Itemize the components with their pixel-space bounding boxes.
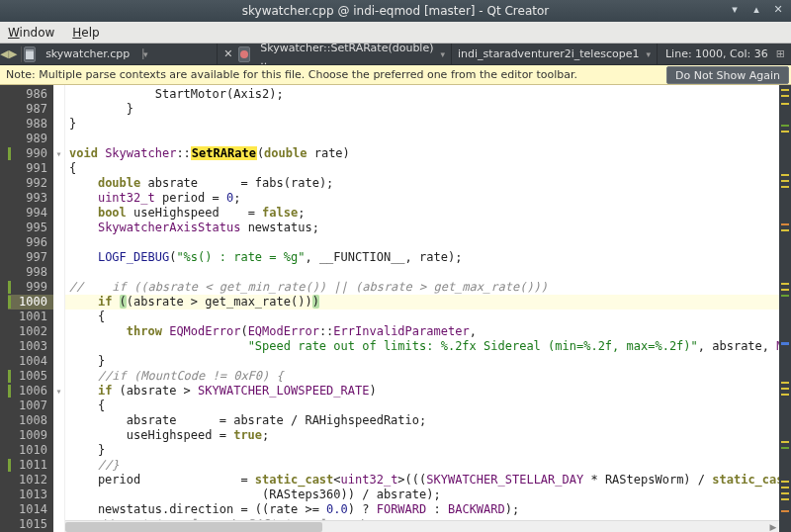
- line-number[interactable]: 1002: [8, 324, 53, 339]
- line-number[interactable]: 1007: [8, 399, 53, 413]
- line-number[interactable]: 987: [8, 102, 53, 117]
- nav-forward-button[interactable]: ▶: [9, 45, 18, 63]
- code-editor[interactable]: 9869879889899909919929939949959969979989…: [0, 85, 791, 532]
- scrollbar-mark[interactable]: [781, 342, 789, 345]
- line-number[interactable]: 1014: [8, 502, 53, 517]
- line-number[interactable]: 995: [8, 221, 53, 235]
- code-line[interactable]: period = static_cast<uint32_t>(((SKYWATC…: [65, 473, 779, 488]
- window-close-button[interactable]: ✕: [771, 2, 785, 16]
- code-line[interactable]: }: [65, 117, 779, 132]
- close-document-button[interactable]: ✕: [218, 47, 238, 60]
- line-number[interactable]: 1001: [8, 310, 53, 324]
- scrollbar-mark[interactable]: [781, 174, 789, 176]
- code-line[interactable]: void Skywatcher::SetRARate(double rate): [65, 146, 779, 161]
- code-area[interactable]: StartMotor(Axis2); }}void Skywatcher::Se…: [65, 85, 779, 532]
- code-line[interactable]: // if ((absrate < get_min_rate()) || (ab…: [65, 280, 779, 295]
- line-number[interactable]: 1013: [8, 488, 53, 502]
- line-number[interactable]: 989: [8, 132, 53, 146]
- line-number[interactable]: 988: [8, 117, 53, 132]
- line-number[interactable]: 1006: [8, 384, 53, 399]
- fold-gutter[interactable]: ▾▾: [53, 85, 65, 532]
- scrollbar-mark[interactable]: [781, 441, 789, 443]
- code-line[interactable]: bool useHighspeed = false;: [65, 206, 779, 221]
- code-line[interactable]: absrate = absrate / RAHighspeedRatio;: [65, 413, 779, 428]
- line-number[interactable]: 1010: [8, 443, 53, 458]
- line-number[interactable]: 994: [8, 206, 53, 221]
- code-line[interactable]: {: [65, 161, 779, 176]
- line-number[interactable]: 1004: [8, 354, 53, 369]
- line-number-gutter[interactable]: 9869879889899909919929939949959969979989…: [8, 85, 53, 532]
- line-number[interactable]: 1008: [8, 413, 53, 428]
- code-line[interactable]: }: [65, 102, 779, 117]
- scrollbar-mark[interactable]: [781, 447, 789, 449]
- scrollbar-mark[interactable]: [781, 103, 789, 105]
- scrollbar-mark[interactable]: [781, 510, 789, 512]
- fold-toggle[interactable]: ▾: [53, 384, 64, 399]
- scrollbar-mark[interactable]: [781, 131, 789, 133]
- do-not-show-again-button[interactable]: Do Not Show Again: [666, 66, 789, 84]
- code-line[interactable]: SkywatcherAxisStatus newstatus;: [65, 221, 779, 235]
- line-number[interactable]: 1011: [8, 458, 53, 473]
- code-line[interactable]: //if (MountCode != 0xF0) {: [65, 369, 779, 384]
- scrollbar-mark[interactable]: [781, 487, 789, 488]
- split-editor-button[interactable]: ⊞: [776, 47, 791, 60]
- line-number[interactable]: 997: [8, 250, 53, 265]
- line-number[interactable]: 992: [8, 176, 53, 191]
- line-number[interactable]: 986: [8, 87, 53, 102]
- line-number[interactable]: 1012: [8, 473, 53, 488]
- code-line[interactable]: uint32_t period = 0;: [65, 191, 779, 206]
- code-line[interactable]: if (absrate > SKYWATCHER_LOWSPEED_RATE): [65, 384, 779, 399]
- window-maximize-button[interactable]: ▴: [749, 2, 763, 16]
- scrollbar-mark[interactable]: [781, 223, 789, 225]
- menu-window[interactable]: Window: [6, 24, 56, 42]
- code-line[interactable]: [65, 235, 779, 250]
- scrollbar-mark[interactable]: [781, 95, 789, 97]
- horizontal-scrollbar[interactable]: ◀ ▶: [65, 520, 779, 532]
- code-line[interactable]: {: [65, 310, 779, 324]
- code-line[interactable]: }: [65, 354, 779, 369]
- menu-help[interactable]: Help: [70, 24, 101, 42]
- code-line[interactable]: //}: [65, 458, 779, 473]
- open-file-selector[interactable]: skywatcher.cpp ▕▾: [40, 44, 218, 64]
- line-number[interactable]: 996: [8, 235, 53, 250]
- code-line[interactable]: LOGF_DEBUG("%s() : rate = %g", __FUNCTIO…: [65, 250, 779, 265]
- line-number[interactable]: 1005: [8, 369, 53, 384]
- code-line[interactable]: throw EQModError(EQModError::ErrInvalidP…: [65, 324, 779, 339]
- scrollbar-thumb[interactable]: [65, 522, 322, 532]
- code-line[interactable]: }: [65, 443, 779, 458]
- code-line[interactable]: if ((absrate > get_max_rate())): [65, 295, 779, 310]
- nav-back-button[interactable]: ◀: [0, 45, 9, 63]
- scrollbar-mark[interactable]: [781, 283, 789, 285]
- code-line[interactable]: (RASteps360)) / absrate);: [65, 488, 779, 502]
- code-line[interactable]: double absrate = fabs(rate);: [65, 176, 779, 191]
- code-line[interactable]: useHighspeed = true;: [65, 428, 779, 443]
- breakpoint-gutter[interactable]: [0, 85, 8, 532]
- fold-toggle[interactable]: ▾: [53, 146, 64, 161]
- scrollbar-mark[interactable]: [781, 394, 789, 396]
- scrollbar-mark[interactable]: [781, 229, 789, 231]
- scrollbar-mark[interactable]: [781, 89, 789, 91]
- line-number[interactable]: 993: [8, 191, 53, 206]
- scrollbar-mark[interactable]: [781, 180, 789, 182]
- scrollbar-mark[interactable]: [781, 498, 789, 500]
- line-number[interactable]: 998: [8, 265, 53, 280]
- line-number[interactable]: 1009: [8, 428, 53, 443]
- scrollbar-mark[interactable]: [781, 382, 789, 384]
- code-line[interactable]: [65, 265, 779, 280]
- scroll-right-arrow[interactable]: ▶: [767, 522, 779, 532]
- code-line[interactable]: "Speed rate out of limits: %.2fx Siderea…: [65, 339, 779, 354]
- line-number[interactable]: 1015: [8, 517, 53, 532]
- code-line[interactable]: {: [65, 399, 779, 413]
- project-context-selector[interactable]: indi_staradventurer2i_telescope1 ▾: [452, 44, 658, 64]
- cursor-position[interactable]: Line: 1000, Col: 36: [658, 47, 776, 60]
- line-number[interactable]: 1000: [8, 295, 53, 310]
- scrollbar-mark[interactable]: [781, 481, 789, 483]
- scrollbar-mark[interactable]: [781, 295, 789, 297]
- window-minimize-button[interactable]: ▾: [728, 2, 742, 16]
- code-line[interactable]: [65, 132, 779, 146]
- scrollbar-mark[interactable]: [781, 388, 789, 390]
- line-number[interactable]: 991: [8, 161, 53, 176]
- marks-scrollbar[interactable]: [779, 85, 791, 532]
- line-number[interactable]: 999: [8, 280, 53, 295]
- scrollbar-mark[interactable]: [781, 492, 789, 494]
